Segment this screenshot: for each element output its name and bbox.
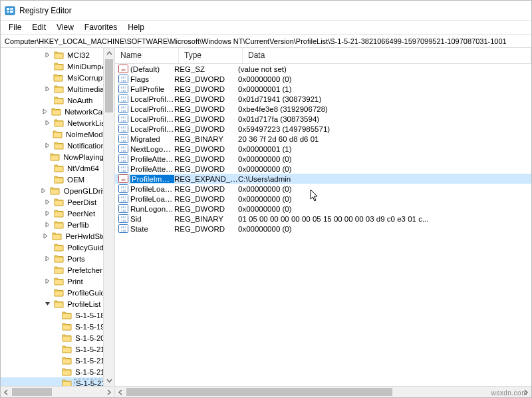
expander-icon[interactable] (43, 300, 51, 308)
list-row[interactable]: 011110ProfileLoadTime...REG_DWORD0x00000… (115, 194, 531, 204)
tree-node[interactable]: MCI32 (1, 49, 114, 61)
tree-node[interactable]: S-1-5-21-1 (1, 343, 114, 355)
menu-view[interactable]: View (51, 21, 79, 33)
tree-node[interactable]: NolmeModeln (1, 128, 114, 140)
list-row[interactable]: 011110RunLogonScript...REG_DWORD0x000000… (115, 204, 531, 214)
scroll-down-icon[interactable] (104, 375, 114, 386)
expander-icon[interactable] (39, 153, 47, 161)
menu-help[interactable]: Help (122, 21, 150, 33)
column-header-type[interactable]: Type (179, 48, 243, 63)
tree-scrollbar-horizontal[interactable] (1, 387, 115, 397)
scroll-right-icon[interactable] (520, 387, 531, 397)
expander-icon[interactable] (51, 368, 59, 376)
tree-node[interactable]: ProfileList (1, 298, 114, 309)
expander-icon[interactable] (43, 85, 51, 93)
expander-icon[interactable] (51, 311, 59, 319)
tree-node[interactable]: PerHwIdStora (1, 230, 114, 242)
list-scrollbar-horizontal[interactable] (115, 387, 531, 397)
tree-node[interactable]: ProfileGuid (1, 287, 114, 298)
expander-icon[interactable] (40, 187, 48, 195)
expander-icon[interactable] (43, 210, 51, 218)
scroll-track[interactable] (12, 387, 103, 397)
tree-node[interactable]: S-1-5-21-1 (1, 355, 114, 366)
tree-node[interactable]: Print (1, 276, 114, 287)
list-row[interactable]: 011110MigratedREG_BINARY20 36 7f 2d 60 d… (115, 134, 531, 144)
list-row[interactable]: 011110NextLogonCach...REG_DWORD0x0000000… (115, 144, 531, 154)
tree-node[interactable]: S-1-5-21-3 (1, 377, 114, 386)
tree-node[interactable]: S-1-5-19 (1, 321, 114, 332)
menu-edit[interactable]: Edit (27, 21, 51, 33)
list-row[interactable]: 011110ProfileAttempte...REG_DWORD0x00000… (115, 154, 531, 164)
scroll-track[interactable] (104, 59, 114, 375)
tree-scrollbar-vertical[interactable] (103, 48, 114, 386)
expander-icon[interactable] (51, 323, 59, 331)
tree-node[interactable]: OEM (1, 174, 114, 185)
list-row[interactable]: 011110StateREG_DWORD0x00000000 (0) (115, 224, 531, 234)
scroll-thumb[interactable] (12, 388, 52, 396)
expander-icon[interactable] (43, 266, 51, 274)
expander-icon[interactable] (43, 97, 51, 104)
list-row[interactable]: 011110ProfileLoadTime...REG_DWORD0x00000… (115, 184, 531, 194)
expander-icon[interactable] (42, 130, 50, 138)
expander-icon[interactable] (41, 108, 49, 116)
expander-icon[interactable] (43, 221, 51, 229)
tree-node[interactable]: Notifications (1, 140, 114, 151)
list-row[interactable]: abProfileImagePathREG_EXPAND_SZC:\Users\… (115, 174, 531, 184)
list-row[interactable]: 011110SidREG_BINARY01 05 00 00 00 00 00 … (115, 214, 531, 224)
expander-icon[interactable] (43, 244, 51, 252)
list-row[interactable]: 011110LocalProfileUnlo...REG_DWORD0x01d7… (115, 114, 531, 124)
list-row[interactable]: 011110FlagsREG_DWORD0x00000000 (0) (115, 74, 531, 84)
address-bar[interactable]: Computer\HKEY_LOCAL_MACHINE\SOFTWARE\Mic… (1, 35, 531, 48)
expander-icon[interactable] (43, 119, 51, 127)
scroll-right-icon[interactable] (103, 387, 114, 397)
tree-node[interactable]: Perflib (1, 219, 114, 230)
expander-icon[interactable] (43, 198, 51, 206)
list-row[interactable]: ab(Default)REG_SZ(value not set) (115, 64, 531, 74)
expander-icon[interactable] (51, 357, 59, 365)
expander-icon[interactable] (43, 176, 51, 184)
tree-node[interactable]: Ports (1, 253, 114, 264)
list-row[interactable]: 011110LocalProfileLoa...REG_DWORD0x01d71… (115, 94, 531, 104)
expander-icon[interactable] (43, 278, 51, 286)
menu-favorites[interactable]: Favorites (79, 21, 122, 33)
tree-node[interactable]: PeerNet (1, 208, 114, 219)
column-header-data[interactable]: Data (243, 48, 531, 63)
tree-node[interactable]: Multimedia (1, 83, 114, 95)
tree-node[interactable]: MiniDumpAu (1, 61, 114, 72)
list-row[interactable]: 011110LocalProfileUnlo...REG_DWORD0x5949… (115, 124, 531, 134)
tree-node[interactable]: PolicyGuid (1, 242, 114, 253)
expander-icon[interactable] (41, 232, 49, 240)
expander-icon[interactable] (43, 74, 51, 82)
expander-icon[interactable] (43, 51, 51, 59)
scroll-track[interactable] (126, 387, 520, 397)
tree-node[interactable]: NoAuth (1, 95, 114, 106)
scroll-left-icon[interactable] (1, 387, 12, 397)
tree-node[interactable]: S-1-5-20 (1, 332, 114, 343)
expander-icon[interactable] (43, 142, 51, 150)
expander-icon[interactable] (51, 334, 59, 342)
tree-node[interactable]: S-1-5-21-1 (1, 366, 114, 377)
tree-node[interactable]: NetworkCards (1, 106, 114, 117)
tree-node[interactable]: NowPlayingSe (1, 151, 114, 162)
tree-node[interactable]: PeerDist (1, 196, 114, 208)
expander-icon[interactable] (43, 289, 51, 297)
list-row[interactable]: 011110FullProfileREG_DWORD0x00000001 (1) (115, 84, 531, 94)
tree-node[interactable]: S-1-5-18 (1, 309, 114, 321)
tree-node[interactable]: NetworkList (1, 117, 114, 128)
scroll-thumb[interactable] (126, 388, 392, 396)
column-header-name[interactable]: Name (115, 48, 179, 63)
expander-icon[interactable] (43, 255, 51, 263)
tree-node[interactable]: MsiCorrupted (1, 72, 114, 83)
expander-icon[interactable] (51, 345, 59, 353)
expander-icon[interactable] (51, 379, 59, 387)
tree-node[interactable]: Prefetcher (1, 264, 114, 276)
expander-icon[interactable] (43, 63, 51, 71)
list-row[interactable]: 011110ProfileAttempte...REG_DWORD0x00000… (115, 164, 531, 174)
scroll-left-icon[interactable] (115, 387, 126, 397)
menu-file[interactable]: File (3, 21, 27, 33)
expander-icon[interactable] (43, 164, 51, 172)
tree-node[interactable]: OpenGLDriver (1, 185, 114, 196)
scroll-thumb[interactable] (105, 59, 113, 112)
tree-node[interactable]: NtVdm64 (1, 162, 114, 174)
scroll-up-icon[interactable] (104, 48, 114, 59)
